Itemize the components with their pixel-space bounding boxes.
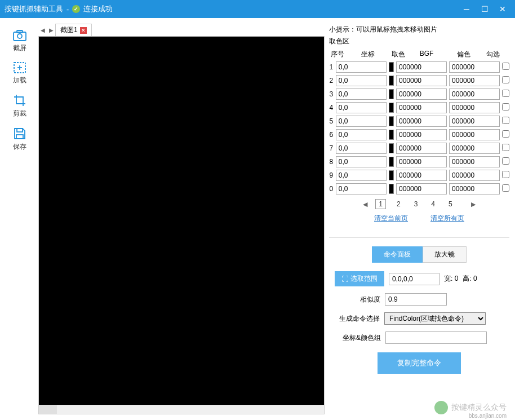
coord-input[interactable]	[336, 89, 387, 100]
row-checkbox[interactable]	[502, 130, 509, 138]
coord-input[interactable]	[336, 170, 387, 181]
load-icon	[13, 61, 26, 74]
row-checkbox[interactable]	[502, 171, 509, 178]
page-number[interactable]: 3	[411, 200, 421, 209]
row-checkbox[interactable]	[502, 184, 509, 192]
watermark-site: bbs.anjian.com	[469, 413, 507, 419]
offset-input[interactable]	[449, 102, 500, 113]
row-checkbox[interactable]	[502, 63, 509, 70]
coord-input[interactable]	[336, 75, 387, 86]
coord-input[interactable]	[336, 156, 387, 167]
color-swatch[interactable]	[389, 143, 394, 153]
row-idx: 5	[329, 117, 334, 125]
color-swatch[interactable]	[389, 170, 394, 180]
scrollbar-horizontal[interactable]	[39, 405, 324, 414]
color-swatch[interactable]	[389, 184, 394, 194]
status-icon	[72, 5, 80, 13]
right-panel: 小提示：可以用鼠标拖拽来移动图片 取色区 序号 坐标 取色 BGF 偏色 勾选 …	[329, 24, 509, 414]
header-coord: 坐标	[348, 50, 388, 59]
bgf-input[interactable]	[396, 116, 447, 127]
crop-button[interactable]: 剪裁	[6, 94, 34, 118]
maximize-button[interactable]: ☐	[477, 3, 492, 15]
hint-text: 小提示：可以用鼠标拖拽来移动图片	[329, 24, 509, 36]
copy-command-button[interactable]: 复制完整命令	[378, 352, 461, 374]
row-idx: 4	[329, 104, 334, 112]
page-prev[interactable]: ◀	[363, 201, 367, 208]
coord-color-input[interactable]	[385, 331, 487, 344]
offset-input[interactable]	[449, 61, 500, 73]
color-row: 7	[329, 142, 509, 155]
color-swatch[interactable]	[389, 76, 394, 86]
page-next[interactable]: ▶	[471, 201, 476, 208]
tab-prev[interactable]: ◀	[38, 27, 47, 33]
page-number[interactable]: 2	[394, 200, 403, 209]
pagination: ◀ 12345 ▶	[329, 200, 509, 208]
tab-magnifier[interactable]: 放大镜	[423, 246, 467, 263]
color-row: 0	[329, 182, 509, 196]
clear-all-link[interactable]: 清空所有页	[430, 214, 464, 223]
offset-input[interactable]	[449, 75, 500, 86]
left-toolbar: 截屏 加载 剪裁 保存	[6, 24, 34, 414]
bgf-input[interactable]	[396, 75, 447, 86]
coord-input[interactable]	[336, 129, 387, 140]
gen-cmd-select[interactable]: FindColor(区域找色命令)	[384, 312, 486, 325]
svg-rect-6	[17, 129, 23, 132]
color-swatch[interactable]	[389, 62, 394, 72]
row-checkbox[interactable]	[502, 90, 509, 97]
bgf-input[interactable]	[396, 129, 447, 140]
gen-cmd-label: 生成命令选择	[339, 314, 380, 324]
row-idx: 3	[329, 90, 334, 98]
tab-cmd-panel[interactable]: 命令面板	[372, 246, 423, 263]
page-number[interactable]: 5	[446, 200, 455, 209]
offset-input[interactable]	[449, 129, 500, 140]
load-button[interactable]: 加载	[6, 61, 34, 85]
coord-input[interactable]	[336, 102, 387, 113]
row-checkbox[interactable]	[502, 103, 509, 110]
offset-input[interactable]	[449, 89, 500, 100]
row-idx: 2	[329, 77, 334, 85]
select-range-button[interactable]: ⛶ 选取范围	[335, 271, 384, 286]
offset-input[interactable]	[449, 170, 500, 181]
offset-input[interactable]	[449, 183, 500, 194]
close-button[interactable]: ✕	[495, 3, 510, 15]
row-checkbox[interactable]	[502, 117, 509, 124]
bgf-input[interactable]	[396, 61, 447, 73]
color-swatch[interactable]	[389, 103, 394, 113]
coord-input[interactable]	[336, 143, 387, 154]
bgf-input[interactable]	[396, 102, 447, 113]
bgf-input[interactable]	[396, 170, 447, 181]
clear-current-link[interactable]: 清空当前页	[374, 214, 408, 223]
similarity-input[interactable]	[385, 293, 447, 306]
coord-input[interactable]	[336, 61, 387, 73]
color-swatch[interactable]	[389, 130, 394, 140]
bgf-input[interactable]	[396, 143, 447, 154]
bgf-input[interactable]	[396, 89, 447, 100]
page-number[interactable]: 4	[428, 200, 438, 209]
row-checkbox[interactable]	[502, 144, 509, 151]
bgf-input[interactable]	[396, 156, 447, 167]
offset-input[interactable]	[449, 156, 500, 167]
color-swatch[interactable]	[389, 89, 394, 99]
tab-screenshot1[interactable]: 截图1 ✕	[55, 24, 92, 36]
canvas[interactable]	[39, 37, 324, 405]
height-label: 高: 0	[463, 274, 477, 284]
row-checkbox[interactable]	[502, 157, 509, 165]
row-checkbox[interactable]	[502, 76, 509, 83]
coord-input[interactable]	[336, 116, 387, 127]
minimize-button[interactable]: ─	[459, 3, 474, 15]
page-number[interactable]: 1	[375, 199, 386, 209]
bgf-input[interactable]	[396, 183, 447, 194]
offset-input[interactable]	[449, 143, 500, 154]
color-swatch[interactable]	[389, 116, 394, 126]
tab-next[interactable]: ▶	[47, 27, 55, 33]
offset-input[interactable]	[449, 116, 500, 127]
color-swatch[interactable]	[389, 157, 394, 167]
svg-rect-2	[17, 30, 23, 33]
tab-close-icon[interactable]: ✕	[80, 27, 87, 34]
screenshot-button[interactable]: 截屏	[6, 29, 34, 53]
range-input[interactable]	[389, 273, 439, 285]
save-button[interactable]: 保存	[6, 127, 34, 152]
coord-input[interactable]	[336, 183, 387, 194]
wechat-icon	[434, 401, 448, 414]
color-table: 序号 坐标 取色 BGF 偏色 勾选 1 2 3 4	[329, 48, 509, 196]
